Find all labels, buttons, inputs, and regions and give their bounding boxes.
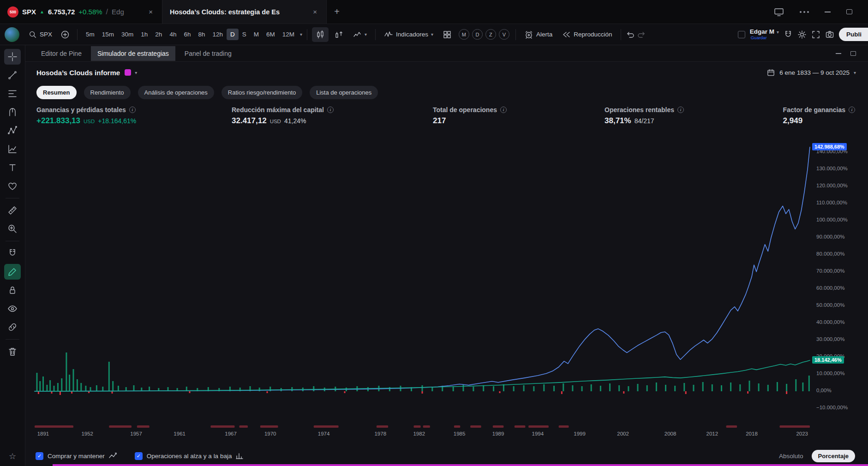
report-pill-lista-de-operaciones[interactable]: Lista de operaciones (310, 86, 378, 99)
price-axis-label: 0,00% (816, 388, 832, 393)
trash-icon (7, 347, 18, 357)
equity-curve-chart[interactable]: 140.000,00%130.000,00%120.000,00%110.000… (25, 130, 868, 446)
timeframe-d[interactable]: D (227, 29, 239, 40)
panel-tab-panel-de-trading[interactable]: Panel de trading (178, 46, 238, 61)
remove-drawings-tool[interactable] (4, 344, 21, 359)
timeframe-1h[interactable]: 1h (137, 29, 151, 40)
timeframe-30m[interactable]: 30m (118, 29, 137, 40)
timeframe-6m[interactable]: 6M (263, 29, 279, 40)
chevron-down-icon[interactable]: ▾ (135, 70, 137, 75)
hotkey-m[interactable]: M (459, 29, 469, 40)
date-range-picker[interactable]: 6 ene 1833 — 9 oct 2025 ▾ (766, 68, 856, 77)
favorites-star-icon[interactable]: ☆ (9, 451, 16, 461)
histogram-preview-icon (236, 453, 243, 459)
stat-main-value: 38,71% (605, 116, 631, 125)
forecast-tool[interactable] (4, 141, 21, 157)
timeframe-4h[interactable]: 4h (166, 29, 180, 40)
monitor-icon[interactable] (774, 7, 784, 17)
buyhold-checkbox[interactable]: ✓ (36, 452, 43, 460)
percent-toggle[interactable]: Porcentaje (812, 450, 855, 462)
settings-gear-icon[interactable] (797, 30, 807, 39)
timeframe-15m[interactable]: 15m (98, 29, 118, 40)
undo-icon[interactable] (626, 30, 635, 39)
account-avatar[interactable] (5, 27, 19, 42)
trendline-tool[interactable] (4, 67, 21, 83)
replay-button[interactable]: Reproducción (558, 27, 616, 42)
longshort-checkbox[interactable]: ✓ (135, 452, 143, 460)
fib-retracement-tool[interactable] (4, 86, 21, 102)
expand-panel-icon[interactable] (850, 51, 856, 56)
timeframe-2h[interactable]: 2h (151, 29, 166, 40)
timeframe-6h[interactable]: 6h (180, 29, 194, 40)
info-icon[interactable]: i (129, 107, 136, 113)
price-axis-label: 90.000,00% (816, 234, 844, 239)
info-icon[interactable]: i (327, 107, 334, 113)
close-tab-icon[interactable]: × (147, 7, 155, 17)
crosshair-tool[interactable] (4, 49, 21, 65)
zoom-in-tool[interactable] (4, 221, 21, 237)
pitchfork-tool[interactable] (4, 104, 21, 120)
timeframe-12h[interactable]: 12h (209, 29, 227, 40)
info-icon[interactable]: i (677, 107, 684, 113)
time-axis-label: 1961 (170, 431, 189, 436)
fullscreen-icon[interactable] (811, 30, 820, 39)
timeframe-m[interactable]: M (250, 29, 263, 40)
report-pill-resumen[interactable]: Resumen (36, 86, 77, 99)
stay-in-drawing-mode-tool[interactable] (4, 264, 21, 280)
alert-button[interactable]: Alerta (521, 27, 556, 42)
pattern-tool[interactable] (4, 123, 21, 138)
new-tab-button[interactable]: + (327, 0, 347, 24)
timeframe-s[interactable]: S (239, 29, 250, 40)
redo-icon[interactable] (637, 30, 646, 39)
panel-tab-editor-de-pine[interactable]: Editor de Pine (35, 46, 88, 61)
symbol-search-button[interactable]: SPX (25, 28, 56, 42)
add-symbol-icon[interactable] (60, 30, 70, 39)
bottom-panel-tabs: Editor de PineSimulador de estrategiasPa… (25, 45, 868, 62)
chevron-down-icon[interactable]: ▾ (300, 32, 302, 37)
hide-all-drawings-tool[interactable] (4, 301, 21, 317)
layout-name-menu[interactable]: Edgar M ▾ Guardar (750, 29, 779, 40)
timeframe-8h[interactable]: 8h (194, 29, 209, 40)
save-label[interactable]: Guardar (751, 36, 767, 40)
hotkey-z[interactable]: Z (485, 29, 496, 40)
layout-checkbox[interactable] (738, 31, 745, 38)
magnet-icon[interactable] (784, 30, 793, 39)
tab-separator: / (106, 8, 108, 16)
close-tab-icon[interactable]: × (311, 7, 319, 17)
timeframe-12m[interactable]: 12M (279, 29, 298, 40)
price-axis-label: −10.000,00% (816, 405, 848, 410)
report-pill-analisis-de-operaciones[interactable]: Análisis de operaciones (138, 86, 214, 99)
tab-strategy-report[interactable]: Hosoda’s Clouds: estrategia de Es × (162, 0, 327, 24)
stat-label: Total de operacionesi (433, 106, 605, 114)
collapse-panel-icon[interactable] (836, 53, 841, 54)
info-icon[interactable]: i (500, 107, 507, 113)
info-icon[interactable]: i (849, 107, 855, 113)
stat-main-value: +221.833,13 (36, 116, 80, 125)
sync-drawings-tool[interactable] (4, 319, 21, 335)
report-pill-rendimiento[interactable]: Rendimiento (84, 86, 131, 99)
screenshot-camera-icon[interactable] (825, 30, 834, 39)
hotkey-v[interactable]: V (499, 29, 509, 40)
compare-button[interactable]: ▾ (349, 27, 371, 42)
text-tool[interactable] (4, 160, 21, 175)
absolute-toggle[interactable]: Absoluto (779, 453, 803, 460)
tab-chart-spx[interactable]: 500 SPX ▲ 6.753,72 +0.58% / Edg × (0, 0, 162, 24)
lock-all-drawings-tool[interactable] (4, 282, 21, 298)
bar-style-button[interactable] (312, 27, 329, 42)
panel-tab-simulador-de-estrategias[interactable]: Simulador de estrategias (91, 46, 175, 61)
measure-tool[interactable] (4, 203, 21, 218)
timeframe-5m[interactable]: 5m (82, 29, 98, 40)
hotkey-d[interactable]: D (472, 29, 483, 40)
strategy-flag-icon[interactable] (125, 69, 131, 76)
replay-label: Reproducción (574, 31, 612, 38)
minimize-window-icon[interactable] (825, 12, 831, 12)
more-options-icon[interactable] (800, 11, 809, 13)
emoji-tool[interactable] (4, 178, 21, 194)
layout-grid-button[interactable] (439, 27, 455, 42)
report-pill-ratios-riesgo-rendimiento[interactable]: Ratios riesgo/rendimiento (221, 86, 302, 99)
magnet-mode-tool[interactable] (4, 245, 21, 261)
publish-button[interactable]: Publi (839, 28, 868, 41)
candle-settings-button[interactable] (330, 27, 347, 42)
indicators-button[interactable]: Indicadores ▾ (380, 27, 437, 42)
maximize-window-icon[interactable] (846, 9, 852, 14)
